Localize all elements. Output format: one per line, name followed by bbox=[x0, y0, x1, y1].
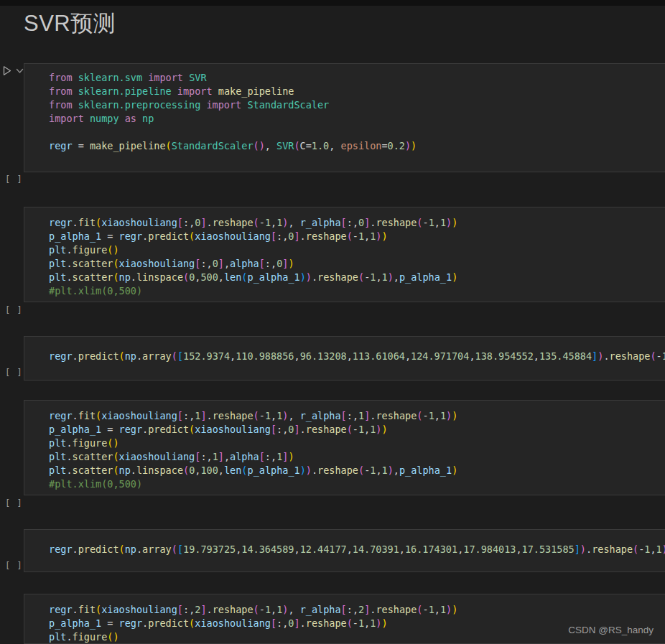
code-line[interactable] bbox=[49, 126, 665, 139]
code-line[interactable]: regr = make_pipeline(StandardScaler(), S… bbox=[49, 139, 665, 153]
code-cell-editor-6[interactable]: regr.fit(xiaoshouliang[:,2].reshape(-1,1… bbox=[24, 594, 665, 644]
execution-count-badge: [ ] bbox=[5, 498, 24, 508]
code-line[interactable]: plt.scatter(xiaoshouliang[:,1],alpha[:,1… bbox=[49, 450, 665, 464]
code-cell-editor-4[interactable]: regr.fit(xiaoshouliang[:,1].reshape(-1,1… bbox=[24, 400, 665, 495]
code-line[interactable]: from sklearn.svm import SVR bbox=[49, 71, 665, 85]
code-line[interactable]: import numpy as np bbox=[49, 112, 665, 126]
execution-count-badge: [ ] bbox=[5, 305, 24, 315]
csdn-watermark: CSDN @RS_handy bbox=[568, 625, 654, 635]
code-line[interactable]: p_alpha_1 = regr.predict(xiaoshouliang[:… bbox=[49, 423, 665, 437]
code-cell-editor-2[interactable]: regr.fit(xiaoshouliang[:,0].reshape(-1,1… bbox=[24, 207, 665, 302]
execution-count-badge: [ ] bbox=[5, 174, 24, 185]
code-line[interactable]: from sklearn.preprocessing import Standa… bbox=[49, 98, 665, 112]
cell-toolbar bbox=[2, 65, 24, 76]
code-line[interactable]: regr.fit(xiaoshouliang[:,2].reshape(-1,1… bbox=[49, 603, 665, 617]
run-cell-play-icon[interactable] bbox=[2, 65, 12, 76]
code-line[interactable]: #plt.xlim(0,500) bbox=[49, 477, 665, 491]
chevron-down-icon[interactable] bbox=[16, 68, 24, 74]
page-title: SVR预测 bbox=[24, 9, 116, 39]
code-line[interactable]: regr.predict(np.array([19.793725,14.3645… bbox=[49, 543, 665, 556]
code-line[interactable]: regr.predict(np.array([152.9374,110.9888… bbox=[49, 350, 665, 363]
code-line[interactable]: regr.fit(xiaoshouliang[:,1].reshape(-1,1… bbox=[49, 409, 665, 423]
code-line[interactable]: plt.figure() bbox=[49, 243, 665, 257]
code-cell-editor-3[interactable]: regr.predict(np.array([152.9374,110.9888… bbox=[24, 336, 665, 381]
code-line[interactable]: #plt.xlim(0,500) bbox=[49, 284, 665, 298]
code-cell-editor-5[interactable]: regr.predict(np.array([19.793725,14.3645… bbox=[24, 529, 665, 572]
code-line[interactable]: plt.scatter(np.linspace(0,100,len(p_alph… bbox=[49, 464, 665, 477]
code-line[interactable]: regr.fit(xiaoshouliang[:,0].reshape(-1,1… bbox=[49, 216, 665, 230]
code-cell-editor-1[interactable]: from sklearn.svm import SVRfrom sklearn.… bbox=[24, 63, 665, 172]
code-line[interactable]: plt.scatter(np.linspace(0,500,len(p_alph… bbox=[49, 271, 665, 284]
code-line[interactable]: p_alpha_1 = regr.predict(xiaoshouliang[:… bbox=[49, 230, 665, 243]
window-top-bar bbox=[0, 0, 665, 6]
execution-count-badge: [ ] bbox=[5, 561, 24, 571]
code-line[interactable]: plt.scatter(xiaoshouliang[:,0],alpha[:,0… bbox=[49, 257, 665, 271]
code-line[interactable]: from sklearn.pipeline import make_pipeli… bbox=[49, 85, 665, 98]
execution-count-badge: [ ] bbox=[5, 368, 24, 378]
code-line[interactable]: plt.figure() bbox=[49, 437, 665, 450]
